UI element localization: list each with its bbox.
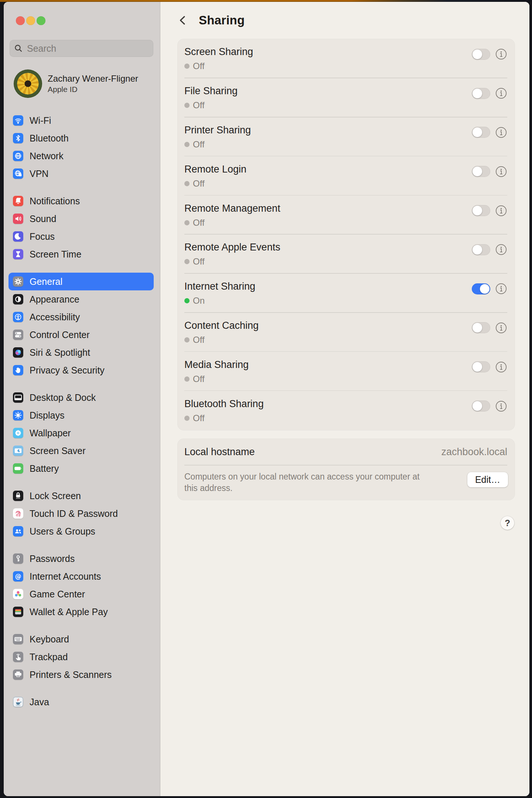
back-button[interactable]: [176, 13, 190, 27]
sidebar-item-touch-id-password[interactable]: Touch ID & Password: [8, 505, 154, 522]
sidebar-item-label: Network: [30, 151, 64, 161]
info-button[interactable]: [495, 205, 507, 216]
hourglass-icon: [13, 249, 23, 259]
sharing-row-text: Remote LoginOff: [184, 163, 246, 189]
status-text: Off: [193, 139, 205, 150]
sidebar-group: Java: [4, 693, 160, 711]
toggle-switch[interactable]: [472, 283, 490, 294]
info-icon: [495, 127, 507, 138]
sidebar-item-internet-accounts[interactable]: @Internet Accounts: [8, 567, 154, 585]
close-button[interactable]: [16, 16, 25, 25]
apple-id-profile[interactable]: Zachary Wener-Fligner Apple ID: [14, 69, 156, 98]
help-button[interactable]: ?: [501, 516, 514, 530]
toggle-knob: [473, 167, 482, 176]
sidebar-item-label: Wi-Fi: [30, 115, 51, 126]
info-button[interactable]: [495, 283, 507, 294]
sidebar-item-accessibility[interactable]: Accessibility: [8, 308, 154, 326]
sidebar-item-wallpaper[interactable]: Wallpaper: [8, 424, 154, 442]
sidebar-item-screen-saver[interactable]: Screen Saver: [8, 442, 154, 460]
sidebar-item-focus[interactable]: Focus: [8, 228, 154, 245]
local-hostname-card: Local hostname zachbook.local Computers …: [178, 439, 515, 500]
keyboard-icon: [13, 634, 23, 644]
sidebar-item-trackpad[interactable]: Trackpad: [8, 648, 154, 666]
sharing-row-title: Printer Sharing: [184, 124, 251, 136]
sharing-row-status: Off: [184, 61, 253, 71]
info-button[interactable]: [495, 88, 507, 99]
sidebar-item-screen-time[interactable]: Screen Time: [8, 245, 154, 263]
desktop-dock-icon: [13, 392, 23, 403]
key-icon: [13, 553, 23, 564]
status-dot: [184, 337, 190, 342]
toggle-switch[interactable]: [472, 166, 490, 177]
fingerprint-icon: [13, 508, 23, 519]
sidebar-item-notifications[interactable]: Notifications: [8, 192, 154, 210]
hostname-label: Local hostname: [184, 446, 255, 458]
sharing-row-status: Off: [184, 413, 264, 423]
status-text: Off: [193, 218, 205, 228]
sidebar-item-label: Internet Accounts: [30, 571, 101, 582]
sidebar-item-desktop-dock[interactable]: Desktop & Dock: [8, 389, 154, 406]
info-button[interactable]: [495, 48, 507, 60]
sidebar-item-general[interactable]: General: [8, 273, 154, 290]
sidebar-item-printers-scanners[interactable]: Printers & Scanners: [8, 666, 154, 683]
toggle-switch[interactable]: [472, 127, 490, 138]
info-button[interactable]: [495, 322, 507, 334]
wifi-icon: [13, 115, 23, 126]
sidebar-item-siri-spotlight[interactable]: Siri & Spotlight: [8, 344, 154, 361]
sidebar-item-label: Wallet & Apple Pay: [30, 607, 108, 617]
vpn-globe-icon: [13, 168, 23, 179]
minimize-button[interactable]: [26, 16, 35, 25]
info-button[interactable]: [495, 244, 507, 255]
sharing-row-title: Remote Apple Events: [184, 241, 280, 253]
zoom-button[interactable]: [37, 16, 45, 25]
sharing-row-bluetooth-sharing: Bluetooth SharingOff: [178, 391, 515, 430]
sidebar: Search Zachary Wener-Fligner Apple ID Wi…: [4, 2, 160, 796]
info-button[interactable]: [495, 400, 507, 412]
toggle-knob: [480, 284, 490, 294]
sidebar-item-label: General: [30, 276, 62, 287]
sidebar-group: NotificationsSoundFocusScreen Time: [4, 192, 160, 263]
sidebar-item-game-center[interactable]: Game Center: [8, 585, 154, 603]
sharing-row-text: File SharingOff: [184, 85, 238, 110]
sidebar-item-network[interactable]: Network: [8, 147, 154, 165]
sidebar-item-wallet-apple-pay[interactable]: Wallet & Apple Pay: [8, 603, 154, 621]
sharing-row-status: Off: [184, 335, 259, 345]
toggle-switch[interactable]: [472, 244, 490, 255]
sidebar-item-label: Appearance: [30, 294, 79, 305]
sidebar-item-keyboard[interactable]: Keyboard: [8, 630, 154, 648]
sidebar-item-wi-fi[interactable]: Wi-Fi: [8, 112, 154, 129]
status-text: Off: [193, 413, 205, 423]
sidebar-item-lock-screen[interactable]: Lock Screen: [8, 487, 154, 505]
toggle-switch[interactable]: [472, 49, 490, 60]
sharing-row-controls: [472, 283, 507, 294]
info-icon: [495, 205, 507, 216]
status-dot: [184, 181, 190, 186]
sidebar-item-vpn[interactable]: VPN: [8, 165, 154, 183]
toggle-switch[interactable]: [472, 361, 490, 372]
sidebar-item-battery[interactable]: Battery: [8, 460, 154, 477]
info-button[interactable]: [495, 166, 507, 177]
edit-hostname-button[interactable]: Edit…: [467, 472, 508, 487]
sidebar-item-appearance[interactable]: Appearance: [8, 290, 154, 308]
sidebar-item-privacy-security[interactable]: Privacy & Security: [8, 361, 154, 379]
sidebar-item-java[interactable]: Java: [8, 693, 154, 711]
sidebar-item-passwords[interactable]: Passwords: [8, 550, 154, 567]
info-button[interactable]: [495, 127, 507, 138]
game-center-icon: [13, 589, 23, 599]
control-center-icon: [13, 330, 23, 340]
toggle-switch[interactable]: [472, 322, 490, 333]
toggle-switch[interactable]: [472, 400, 490, 412]
sidebar-item-label: Trackpad: [30, 652, 68, 662]
sidebar-item-displays[interactable]: Displays: [8, 406, 154, 424]
sidebar-item-bluetooth[interactable]: Bluetooth: [8, 129, 154, 147]
sidebar-navigation: Wi-FiBluetoothNetworkVPNNotificationsSou…: [4, 112, 160, 720]
sidebar-item-users-groups[interactable]: Users & Groups: [8, 522, 154, 540]
battery-icon: [13, 463, 23, 474]
toggle-switch[interactable]: [472, 88, 490, 99]
sidebar-item-control-center[interactable]: Control Center: [8, 326, 154, 344]
search-field[interactable]: Search: [10, 40, 153, 57]
toggle-switch[interactable]: [472, 205, 490, 216]
info-button[interactable]: [495, 361, 507, 373]
sidebar-item-sound[interactable]: Sound: [8, 210, 154, 228]
wallet-icon: [13, 607, 23, 617]
